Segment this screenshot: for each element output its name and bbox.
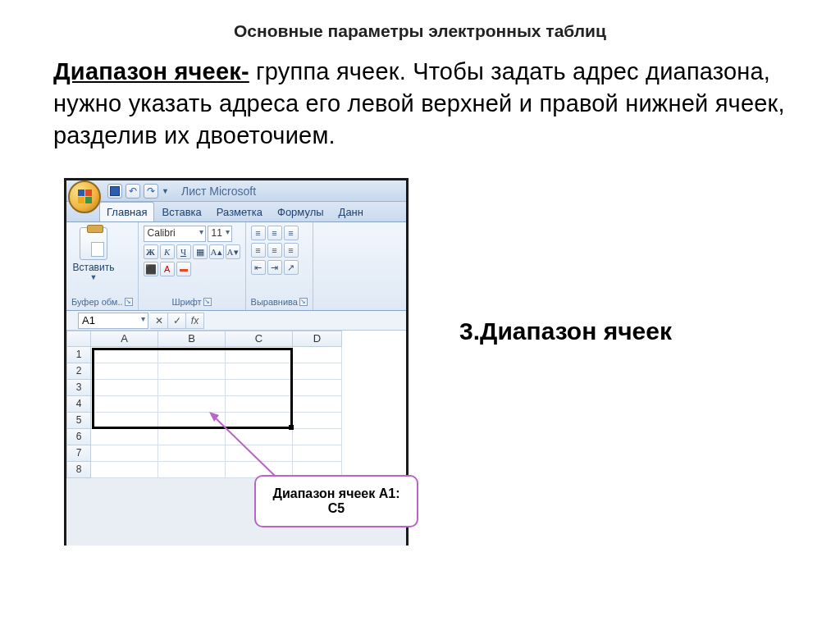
enter-icon[interactable]: ✓ [168, 313, 186, 329]
quick-access-toolbar: ▼ [107, 184, 168, 199]
group-alignment: ≡ ≡ ≡ ≡ ≡ ≡ ⇤ ⇥ ↗ Выравнива↘ [246, 222, 313, 310]
font-name-combo[interactable]: Calibri [144, 226, 206, 242]
row-header[interactable]: 5 [66, 413, 91, 429]
shrink-font-button[interactable]: A▾ [226, 244, 240, 259]
row-header[interactable]: 6 [66, 429, 91, 445]
align-center-icon[interactable]: ≡ [267, 243, 282, 258]
borders-button[interactable] [176, 262, 191, 276]
name-box[interactable]: A1 [78, 313, 148, 329]
dialog-launcher-icon[interactable]: ↘ [125, 298, 133, 306]
col-header[interactable]: B [158, 331, 226, 347]
office-button[interactable] [68, 180, 101, 213]
fx-icon[interactable]: fx [186, 313, 204, 329]
row-header[interactable]: 3 [66, 380, 91, 396]
row-header[interactable]: 1 [66, 347, 91, 363]
dialog-launcher-icon[interactable]: ↘ [203, 298, 212, 306]
paste-button[interactable]: Вставить ▼ [71, 226, 116, 281]
underline-button[interactable]: Ч [176, 244, 191, 259]
align-bottom-icon[interactable]: ≡ [284, 226, 299, 240]
term: Диапазон ячеек- [53, 58, 249, 84]
section-heading: 3.Диапазон ячеек [459, 317, 672, 345]
slide-title: Основные параметры электронных таблиц [0, 21, 840, 41]
increase-indent-icon[interactable]: ⇥ [267, 260, 282, 275]
tab-data[interactable]: Данн [331, 202, 371, 221]
bold-button[interactable]: Ж [144, 244, 158, 259]
dialog-launcher-icon[interactable]: ↘ [299, 298, 308, 306]
qat-dropdown-icon[interactable]: ▼ [162, 184, 168, 199]
grow-font-button[interactable]: A▴ [209, 244, 224, 259]
spreadsheet-grid[interactable]: A B C D 1 2 3 4 5 6 7 8 [66, 331, 406, 478]
row-header[interactable]: 4 [66, 396, 91, 413]
group-font: Calibri 11 Ж К Ч ▦ A▴ A▾ ⬛ A [139, 222, 246, 310]
font-color-button[interactable]: A [160, 262, 175, 276]
formula-bar: A1 ✕ ✓ fx [66, 311, 406, 331]
align-right-icon[interactable]: ≡ [284, 243, 299, 258]
decrease-indent-icon[interactable]: ⇤ [251, 260, 266, 275]
col-header[interactable]: A [91, 331, 158, 347]
orientation-icon[interactable]: ↗ [284, 260, 299, 275]
align-middle-icon[interactable]: ≡ [267, 226, 282, 240]
border-button[interactable]: ▦ [193, 244, 208, 259]
group-label-alignment: Выравнива↘ [251, 295, 308, 308]
clipboard-icon [80, 227, 107, 260]
group-clipboard: Вставить ▼ Буфер обм..↘ [66, 222, 139, 310]
fill-color-button[interactable]: ⬛ [144, 262, 158, 276]
row-header[interactable]: 2 [66, 363, 91, 380]
select-all-corner[interactable] [66, 331, 91, 347]
group-label-clipboard: Буфер обм..↘ [71, 295, 133, 308]
tab-home[interactable]: Главная [99, 202, 154, 221]
titlebar: ▼ Лист Microsoft [66, 180, 406, 202]
paste-label: Вставить [71, 262, 116, 273]
italic-button[interactable]: К [160, 244, 175, 259]
chevron-down-icon[interactable]: ▼ [71, 273, 116, 281]
ribbon: Вставить ▼ Буфер обм..↘ Calibri 11 Ж К Ч… [66, 222, 406, 311]
align-left-icon[interactable]: ≡ [251, 243, 266, 258]
window-caption: Лист Microsoft [181, 185, 256, 198]
cancel-icon[interactable]: ✕ [150, 313, 168, 329]
undo-icon[interactable] [126, 184, 140, 199]
tab-layout[interactable]: Разметка [209, 202, 270, 221]
row-header[interactable]: 7 [66, 445, 91, 462]
tab-insert[interactable]: Вставка [154, 202, 208, 221]
save-icon[interactable] [107, 184, 122, 199]
col-header[interactable]: C [226, 331, 293, 347]
group-label-font: Шрифт↘ [144, 295, 240, 308]
row-header[interactable]: 8 [66, 462, 91, 478]
definition-paragraph: Диапазон ячеек- группа ячеек. Чтобы зада… [53, 56, 791, 152]
align-top-icon[interactable]: ≡ [251, 226, 266, 240]
col-header[interactable]: D [293, 331, 342, 347]
redo-icon[interactable] [144, 184, 158, 199]
callout-box: Диапазон ячеек A1: C5 [254, 475, 418, 527]
font-size-combo[interactable]: 11 [208, 226, 232, 242]
ribbon-tabs: Главная Вставка Разметка Формулы Данн [66, 202, 406, 222]
tab-formulas[interactable]: Формулы [270, 202, 331, 221]
